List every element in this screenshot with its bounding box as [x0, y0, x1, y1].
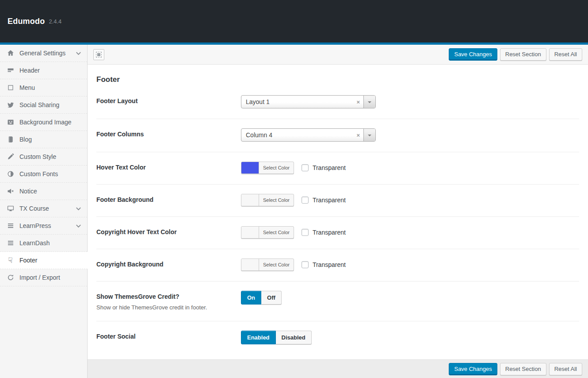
reset-all-button[interactable]: Reset All	[549, 48, 582, 61]
sidebar-item-label: Blog	[19, 136, 82, 143]
twitter-icon	[7, 101, 14, 109]
bottom-toolbar: Save Changes Reset Section Reset All	[88, 359, 588, 378]
hand-down-icon: ☟	[7, 257, 14, 264]
field-copyright-background: Copyright Background Select Color Transp…	[96, 249, 579, 282]
chevron-down-icon	[75, 223, 82, 229]
sidebar-item-label: LearnPress	[19, 222, 75, 229]
chevron-down-icon	[75, 50, 82, 57]
sidebar-item-label: LearnDash	[19, 239, 82, 247]
hover-text-color-picker[interactable]: Select Color	[241, 162, 294, 174]
menu-square-icon	[7, 84, 14, 92]
home-icon	[7, 50, 14, 57]
color-swatch	[241, 194, 259, 206]
monitor-icon	[7, 205, 14, 212]
credit-off-button[interactable]: Off	[261, 291, 282, 305]
image-smiley-icon	[7, 119, 14, 126]
sidebar: General Settings Header Menu	[0, 45, 88, 378]
transparent-label: Transparent	[313, 261, 346, 268]
sidebar-item-general-settings[interactable]: General Settings	[0, 45, 87, 62]
settings-content: Footer Footer Layout Layout 1 × Footer C…	[88, 65, 588, 359]
credit-buttonset: On Off	[241, 291, 282, 305]
footer-social-enabled-button[interactable]: Enabled	[241, 331, 276, 344]
sidebar-item-label: Custom Style	[19, 153, 82, 160]
sidebar-item-label: Background Image	[19, 119, 82, 126]
sidebar-item-label: TX Course	[19, 205, 75, 212]
list-icon	[7, 222, 14, 230]
color-swatch	[241, 259, 259, 270]
sidebar-item-label: Import / Export	[19, 274, 82, 281]
sidebar-item-label: Footer	[19, 257, 82, 264]
copyright-background-transparent-checkbox[interactable]	[302, 261, 309, 268]
select-color-label: Select Color	[259, 165, 294, 170]
top-toolbar: Save Changes Reset Section Reset All	[88, 45, 588, 65]
reset-all-button[interactable]: Reset All	[549, 363, 582, 375]
field-footer-layout: Footer Layout Layout 1 ×	[96, 86, 579, 119]
sidebar-item-label: Menu	[19, 84, 82, 91]
field-label: Show ThemesGrove Credit?	[96, 293, 241, 300]
sidebar-item-footer[interactable]: ☟ Footer	[0, 252, 88, 269]
expand-options-icon	[96, 52, 102, 58]
sidebar-item-custom-fonts[interactable]: Custom Fonts	[0, 166, 87, 183]
sidebar-item-social-sharing[interactable]: Social Sharing	[0, 96, 87, 114]
sidebar-item-menu[interactable]: Menu	[0, 79, 87, 96]
clear-icon[interactable]: ×	[356, 99, 360, 105]
pencil-icon	[7, 153, 14, 161]
hover-text-color-transparent-checkbox[interactable]	[302, 164, 309, 171]
chevron-down-icon	[363, 129, 375, 141]
transparent-label: Transparent	[313, 229, 346, 236]
sidebar-item-import-export[interactable]: Import / Export	[0, 269, 87, 286]
sidebar-item-label: Header	[19, 67, 82, 74]
field-hover-text-color: Hover Text Color Select Color Transparen…	[96, 152, 579, 185]
list-icon	[7, 239, 14, 247]
sidebar-item-header[interactable]: Header	[0, 62, 87, 79]
sidebar-item-blog[interactable]: Blog	[0, 131, 87, 148]
footer-background-color-picker[interactable]: Select Color	[241, 194, 294, 206]
copyright-hover-text-color-transparent-checkbox[interactable]	[302, 229, 309, 236]
clear-icon[interactable]: ×	[356, 132, 360, 139]
main-panel: Save Changes Reset Section Reset All Foo…	[88, 45, 588, 378]
transparent-label: Transparent	[313, 197, 346, 204]
field-footer-columns: Footer Columns Column 4 ×	[96, 119, 579, 152]
credit-on-button[interactable]: On	[241, 291, 261, 305]
sidebar-item-learnpress[interactable]: LearnPress	[0, 217, 87, 235]
field-label: Copyright Hover Text Color	[96, 228, 241, 235]
color-swatch	[241, 162, 259, 174]
app-header: Edumodo 2.4.4	[0, 0, 588, 42]
sidebar-item-custom-style[interactable]: Custom Style	[0, 148, 87, 166]
transparent-label: Transparent	[313, 164, 346, 171]
save-changes-button[interactable]: Save Changes	[449, 363, 497, 375]
sidebar-item-label: Social Sharing	[19, 101, 82, 108]
footer-columns-select[interactable]: Column 4 ×	[241, 128, 376, 142]
sidebar-item-tx-course[interactable]: TX Course	[0, 200, 87, 217]
mute-icon	[7, 188, 14, 195]
book-icon	[7, 136, 14, 143]
select-color-label: Select Color	[259, 197, 294, 203]
field-copyright-hover-text-color: Copyright Hover Text Color Select Color …	[96, 217, 579, 249]
footer-background-transparent-checkbox[interactable]	[302, 197, 309, 204]
footer-layout-select[interactable]: Layout 1 ×	[241, 95, 376, 108]
sidebar-item-label: Custom Fonts	[19, 170, 82, 177]
copyright-background-color-picker[interactable]: Select Color	[241, 258, 294, 271]
sidebar-item-notice[interactable]: Notice	[0, 183, 87, 200]
page-title: Footer	[96, 75, 579, 84]
sidebar-item-learndash[interactable]: LearnDash	[0, 235, 87, 252]
sidebar-item-background-image[interactable]: Background Image	[0, 114, 87, 131]
field-description: Show or hide ThemesGrove credit in foote…	[96, 304, 241, 311]
footer-social-disabled-button[interactable]: Disabled	[276, 331, 312, 344]
select-value: Column 4	[241, 131, 356, 139]
chevron-down-icon	[363, 96, 375, 108]
field-label: Footer Columns	[96, 131, 241, 138]
chevron-down-icon	[75, 205, 82, 212]
field-label: Footer Social	[96, 333, 241, 340]
reset-section-button[interactable]: Reset Section	[500, 48, 546, 61]
select-color-label: Select Color	[259, 230, 294, 235]
save-changes-button[interactable]: Save Changes	[449, 48, 497, 61]
select-color-label: Select Color	[259, 262, 294, 267]
reset-section-button[interactable]: Reset Section	[500, 363, 546, 375]
copyright-hover-text-color-picker[interactable]: Select Color	[241, 226, 294, 239]
sync-icon	[7, 274, 14, 282]
expand-options-button[interactable]	[93, 49, 104, 60]
footer-social-buttonset: Enabled Disabled	[241, 331, 312, 344]
field-label: Hover Text Color	[96, 164, 241, 171]
header-icon	[7, 67, 14, 74]
